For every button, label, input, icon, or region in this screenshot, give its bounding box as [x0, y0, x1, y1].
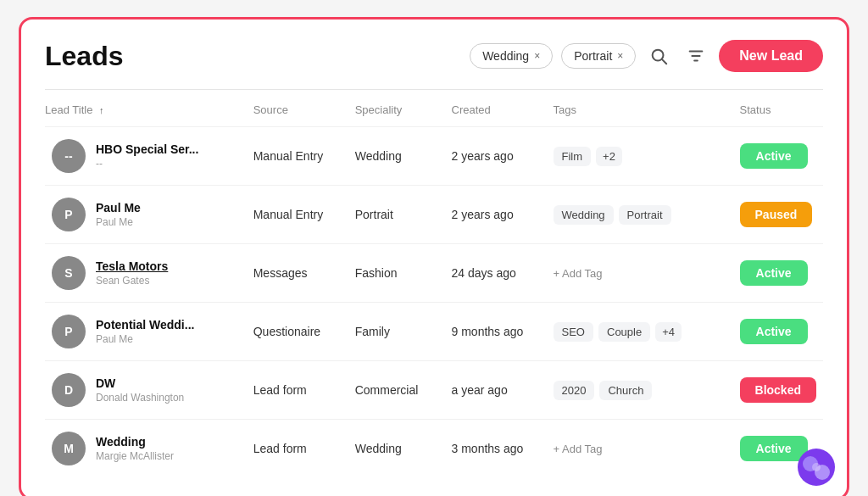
leads-table: Lead Title ↑SourceSpecialityCreatedTagsS… [45, 103, 823, 477]
col-header-lead-title[interactable]: Lead Title ↑ [45, 103, 247, 127]
filter-tag-wedding[interactable]: Wedding× [470, 43, 553, 69]
source-cell: Lead form [247, 361, 348, 420]
created-cell: 24 days ago [445, 244, 547, 303]
lead-sub: Sean Gates [96, 275, 168, 287]
page-header: Leads Wedding×Portrait× New Lead [45, 40, 823, 72]
tags-cell: WeddingPortrait [547, 186, 733, 244]
lead-name[interactable]: Potential Weddi... [96, 318, 194, 332]
header-actions: Wedding×Portrait× New Lead [470, 40, 823, 72]
status-cell: Active [733, 244, 823, 303]
tag-item[interactable]: SEO [554, 322, 593, 342]
lead-info: Potential Weddi... Paul Me [96, 318, 194, 345]
lead-title-cell: P Potential Weddi... Paul Me [45, 303, 247, 361]
filter-tag-portrait[interactable]: Portrait× [561, 43, 636, 69]
tag-item[interactable]: +4 [655, 322, 682, 342]
svg-point-8 [812, 463, 821, 471]
filter-tags: Wedding×Portrait× [470, 43, 636, 69]
search-button[interactable] [644, 42, 673, 70]
col-header-tags: Tags [547, 103, 733, 127]
status-badge[interactable]: Active [740, 319, 808, 344]
remove-filter-icon[interactable]: × [617, 50, 623, 62]
source-cell: Manual Entry [247, 127, 348, 186]
created-cell: 2 years ago [445, 127, 547, 186]
status-badge[interactable]: Paused [740, 202, 813, 227]
status-badge[interactable]: Blocked [740, 377, 816, 403]
avatar: M [52, 432, 86, 465]
table-row[interactable]: -- HBO Special Ser... -- Manual EntryWed… [45, 127, 823, 186]
remove-filter-icon[interactable]: × [534, 50, 540, 62]
col-header-status: Status [733, 103, 823, 127]
header-divider [45, 89, 823, 90]
created-cell: 3 months ago [445, 420, 547, 478]
tag-item[interactable]: +2 [596, 147, 622, 166]
page-title: Leads [45, 41, 123, 72]
lead-sub: Paul Me [96, 216, 141, 228]
table-row[interactable]: P Potential Weddi... Paul Me Questionair… [45, 303, 823, 361]
table-row[interactable]: P Paul Me Paul Me Manual EntryPortrait2 … [45, 186, 823, 244]
created-cell: a year ago [445, 361, 547, 420]
tag-item[interactable]: Portrait [619, 205, 671, 225]
lead-sub: Margie McAllister [96, 450, 174, 462]
filter-button[interactable] [682, 42, 710, 70]
avatar: S [52, 256, 86, 290]
lead-cell: -- HBO Special Ser... -- [52, 139, 240, 173]
tag-item[interactable]: Church [599, 381, 652, 400]
lead-title-cell: S Tesla Motors Sean Gates [45, 244, 247, 303]
tag-item[interactable]: Wedding [554, 205, 614, 225]
tag-item[interactable]: 2020 [554, 381, 595, 400]
lead-cell: P Potential Weddi... Paul Me [52, 315, 240, 348]
speciality-cell: Commercial [348, 361, 445, 420]
table-body: -- HBO Special Ser... -- Manual EntryWed… [45, 127, 823, 478]
avatar: P [52, 198, 86, 231]
lead-title-cell: P Paul Me Paul Me [45, 186, 247, 244]
lead-name[interactable]: DW [96, 376, 184, 390]
status-cell: Blocked [733, 361, 823, 420]
lead-name[interactable]: Paul Me [96, 201, 141, 215]
created-cell: 9 months ago [445, 303, 547, 361]
tags-cell: SEOCouple+4 [547, 303, 733, 361]
table-row[interactable]: M Wedding Margie McAllister Lead formWed… [45, 420, 823, 478]
lead-title-cell: D DW Donald Washington [45, 361, 247, 420]
lead-info: Tesla Motors Sean Gates [96, 259, 168, 287]
tag-item[interactable]: Couple [598, 322, 650, 342]
lead-name[interactable]: Tesla Motors [96, 259, 168, 273]
app-logo [798, 449, 835, 486]
tags-cell: Film+2 [547, 127, 733, 186]
col-header-created: Created [445, 103, 547, 127]
add-tag-button[interactable]: + Add Tag [554, 443, 603, 455]
lead-info: Paul Me Paul Me [96, 201, 141, 228]
tag-item[interactable]: Film [554, 147, 592, 166]
lead-info: DW Donald Washington [96, 376, 184, 404]
add-tag-button[interactable]: + Add Tag [554, 267, 603, 280]
lead-name[interactable]: HBO Special Ser... [96, 142, 198, 156]
lead-sub: -- [96, 158, 198, 170]
status-cell: Active [733, 303, 823, 361]
lead-info: Wedding Margie McAllister [96, 435, 174, 462]
new-lead-button[interactable]: New Lead [719, 40, 823, 72]
source-cell: Manual Entry [247, 186, 348, 244]
table-row[interactable]: D DW Donald Washington Lead formCommerci… [45, 361, 823, 420]
source-cell: Questionaire [247, 303, 348, 361]
status-badge[interactable]: Active [740, 143, 808, 169]
lead-name[interactable]: Wedding [96, 435, 174, 449]
lead-sub: Donald Washington [96, 392, 184, 404]
col-header-speciality: Speciality [348, 103, 445, 127]
table-row[interactable]: S Tesla Motors Sean Gates MessagesFashio… [45, 244, 823, 303]
table-header: Lead Title ↑SourceSpecialityCreatedTagsS… [45, 103, 823, 127]
speciality-cell: Portrait [348, 186, 445, 244]
speciality-cell: Wedding [348, 127, 445, 186]
speciality-cell: Wedding [348, 420, 445, 478]
lead-info: HBO Special Ser... -- [96, 142, 198, 170]
lead-cell: D DW Donald Washington [52, 373, 240, 407]
status-badge[interactable]: Active [740, 260, 808, 286]
lead-title-cell: -- HBO Special Ser... -- [45, 127, 247, 186]
tags-cell: 2020Church [547, 361, 733, 420]
tags-cell: + Add Tag [547, 420, 733, 478]
svg-line-1 [662, 59, 666, 64]
source-cell: Lead form [247, 420, 348, 478]
lead-cell: P Paul Me Paul Me [52, 198, 240, 231]
leads-card: Leads Wedding×Portrait× New Lead Lead Ti… [19, 17, 849, 496]
lead-cell: S Tesla Motors Sean Gates [52, 256, 240, 290]
created-cell: 2 years ago [445, 186, 547, 244]
speciality-cell: Family [348, 303, 445, 361]
